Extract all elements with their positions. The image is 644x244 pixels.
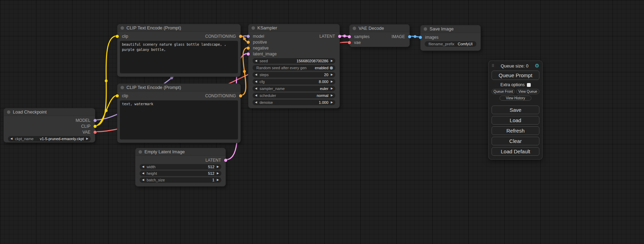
increment-arrow-icon[interactable]: ▶ (331, 73, 333, 76)
drag-handle-icon[interactable]: ⠿ (492, 64, 494, 68)
input-port-samples[interactable] (348, 35, 351, 38)
output-slot-model[interactable]: MODEL (76, 117, 95, 123)
output-slot-clip[interactable]: CLIP (81, 123, 95, 129)
node-clip-text-encode-negative[interactable]: CLIP Text Encode (Prompt) clip CONDITION… (117, 83, 241, 143)
node-load-checkpoint[interactable]: Load Checkpoint MODEL CLIP VAE (3, 108, 95, 143)
widget-steps[interactable]: ◀ steps 20 ▶ (253, 72, 335, 78)
input-slot-images[interactable]: images (421, 34, 439, 40)
widget-cfg[interactable]: ◀ cfg 8.000 ▶ (253, 79, 335, 84)
input-slot-clip[interactable]: clip (117, 93, 128, 99)
node-empty-latent-image[interactable]: Empty Latent Image LATENT ◀ width 512 ▶ … (135, 148, 226, 187)
decrement-arrow-icon[interactable]: ◀ (142, 179, 144, 181)
widget-filename-prefix[interactable]: filename_prefix ComfyUI (425, 41, 476, 47)
increment-arrow-icon[interactable]: ▶ (331, 94, 333, 97)
output-port-model[interactable] (94, 119, 97, 122)
input-port-model[interactable] (247, 35, 250, 38)
input-slot-positive[interactable]: positive (248, 39, 267, 45)
queue-front-button[interactable]: Queue Front (492, 89, 515, 94)
view-history-button[interactable]: View History (500, 96, 531, 101)
output-slot-image[interactable]: IMAGE (391, 34, 409, 39)
widget-batch-size[interactable]: ◀ batch_size 1 ▶ (140, 177, 221, 183)
widget-denoise[interactable]: ◀ denoise 1.000 ▶ (253, 100, 335, 105)
decrement-arrow-icon[interactable]: ◀ (255, 87, 257, 90)
queue-prompt-button[interactable]: Queue Prompt (492, 71, 539, 80)
widget-height[interactable]: ◀ height 512 ▶ (140, 171, 221, 176)
output-slot-latent[interactable]: LATENT (319, 33, 339, 39)
decrement-arrow-icon[interactable]: ◀ (255, 94, 257, 97)
collapse-dot-icon[interactable] (7, 110, 10, 114)
input-slot-clip[interactable]: clip (117, 33, 128, 39)
widget-ckpt-name[interactable]: ◀ ckpt_name v1-5-pruned-emaonly.ckpt ▶ (8, 136, 91, 142)
increment-arrow-icon[interactable]: ▶ (217, 165, 219, 168)
collapse-dot-icon[interactable] (121, 86, 124, 89)
view-queue-button[interactable]: View Queue (516, 89, 539, 94)
node-titlebar[interactable]: CLIP Text Encode (Prompt) (117, 84, 240, 91)
collapse-dot-icon[interactable] (252, 26, 255, 30)
node-save-image[interactable]: Save Image images filename_prefix ComfyU… (420, 25, 481, 51)
collapse-dot-icon[interactable] (139, 150, 142, 154)
node-titlebar[interactable]: VAE Decode (350, 25, 409, 32)
input-slot-samples[interactable]: samples (350, 34, 370, 39)
increment-arrow-icon[interactable]: ▶ (217, 172, 219, 175)
clear-button[interactable]: Clear (492, 137, 539, 145)
increment-arrow-icon[interactable]: ▶ (331, 60, 333, 62)
node-titlebar[interactable]: Empty Latent Image (135, 148, 226, 156)
decrement-arrow-icon[interactable]: ◀ (142, 165, 144, 168)
widget-width[interactable]: ◀ width 512 ▶ (140, 164, 221, 170)
collapse-dot-icon[interactable] (424, 27, 427, 31)
widget-scheduler[interactable]: ◀ scheduler normal ▶ (253, 93, 335, 98)
input-slot-negative[interactable]: negative (248, 45, 268, 51)
input-slot-vae[interactable]: vae (350, 39, 361, 45)
output-port-latent[interactable] (338, 35, 341, 38)
input-port-images[interactable] (419, 36, 422, 39)
output-port-conditioning[interactable] (239, 94, 242, 97)
output-port-latent[interactable] (224, 159, 227, 162)
settings-gear-icon[interactable]: ⚙ (535, 63, 539, 69)
toggle-indicator-icon[interactable] (330, 66, 333, 70)
load-default-button[interactable]: Load Default (492, 147, 539, 156)
output-port-vae[interactable] (94, 130, 97, 134)
input-port-negative[interactable] (247, 46, 250, 49)
output-slot-latent[interactable]: LATENT (205, 157, 226, 163)
widget-sampler-name[interactable]: ◀ sampler_name euler ▶ (253, 86, 335, 91)
decrement-arrow-icon[interactable]: ◀ (255, 60, 257, 62)
input-port-vae[interactable] (348, 41, 351, 44)
prompt-textarea[interactable]: text, watermark (120, 100, 238, 139)
collapse-dot-icon[interactable] (121, 26, 124, 30)
node-titlebar[interactable]: Save Image (421, 25, 480, 33)
increment-arrow-icon[interactable]: ▶ (217, 179, 219, 181)
increment-arrow-icon[interactable]: ▶ (331, 101, 333, 104)
node-ksampler[interactable]: KSampler model LATENT positive (248, 24, 340, 108)
output-slot-conditioning[interactable]: CONDITIONING (205, 93, 240, 99)
save-button[interactable]: Save (492, 106, 539, 114)
decrement-arrow-icon[interactable]: ◀ (255, 80, 257, 83)
decrement-arrow-icon[interactable]: ◀ (142, 172, 144, 175)
node-clip-text-encode-positive[interactable]: CLIP Text Encode (Prompt) clip CONDITION… (117, 24, 241, 77)
graph-canvas[interactable]: Load Checkpoint MODEL CLIP VAE (0, 0, 644, 244)
input-port-positive[interactable] (247, 40, 250, 44)
output-slot-vae[interactable]: VAE (82, 129, 95, 135)
node-titlebar[interactable]: Load Checkpoint (4, 108, 95, 116)
extra-options-checkbox[interactable] (527, 83, 531, 87)
input-port-clip[interactable] (116, 35, 119, 38)
refresh-button[interactable]: Refresh (492, 126, 539, 135)
output-port-image[interactable] (408, 35, 411, 38)
input-port-latent-image[interactable] (247, 52, 250, 55)
increment-arrow-icon[interactable]: ▶ (86, 137, 88, 140)
output-port-clip[interactable] (94, 125, 97, 128)
increment-arrow-icon[interactable]: ▶ (331, 80, 333, 83)
decrement-arrow-icon[interactable]: ◀ (10, 137, 12, 140)
decrement-arrow-icon[interactable]: ◀ (255, 101, 257, 104)
input-slot-latent-image[interactable]: latent_image (248, 51, 277, 57)
increment-arrow-icon[interactable]: ▶ (331, 87, 333, 90)
decrement-arrow-icon[interactable]: ◀ (255, 73, 257, 76)
prompt-textarea[interactable]: beautiful scenery nature glass bottle la… (120, 41, 238, 73)
node-titlebar[interactable]: CLIP Text Encode (Prompt) (117, 24, 240, 32)
node-vae-decode[interactable]: VAE Decode samples IMAGE vae (349, 24, 410, 47)
output-slot-conditioning[interactable]: CONDITIONING (205, 33, 240, 39)
load-button[interactable]: Load (492, 116, 539, 125)
output-port-conditioning[interactable] (239, 35, 242, 38)
input-slot-model[interactable]: model (248, 33, 264, 39)
widget-random-seed-toggle[interactable]: Random seed after every gen enabled (253, 65, 335, 71)
node-titlebar[interactable]: KSampler (248, 24, 339, 32)
